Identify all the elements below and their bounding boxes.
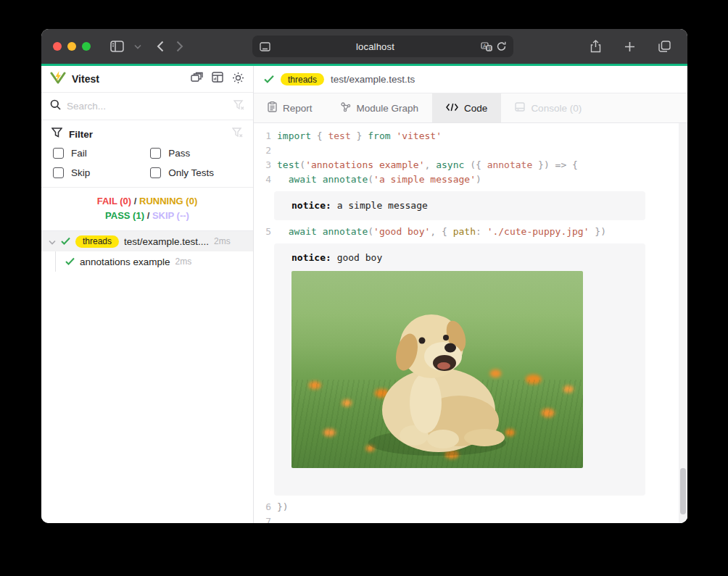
tab-module-graph[interactable]: Module Graph — [326, 93, 433, 122]
test-status-summary: FAIL (0) / RUNNING (0) PASS (1) / SKIP (… — [41, 188, 253, 231]
reader-icon[interactable] — [260, 42, 270, 51]
code-editor[interactable]: 1import { test } from 'vitest'23test('an… — [254, 123, 687, 523]
app-title: Vitest — [72, 73, 191, 85]
vitest-logo-icon — [50, 70, 66, 88]
back-icon[interactable] — [157, 41, 164, 52]
code-text: }) — [277, 500, 289, 514]
filter-clear-icon — [232, 128, 243, 141]
code-line-2: 2 — [254, 143, 679, 158]
test-case-name: annotations example — [80, 256, 170, 267]
sidebar-header: Vitest — [41, 66, 253, 93]
browser-window: localhost A文 — [41, 29, 687, 523]
test-case-row[interactable]: annotations example 2ms — [41, 251, 253, 272]
translate-icon[interactable]: A文 — [481, 42, 492, 51]
address-bar[interactable]: localhost A文 — [252, 36, 513, 57]
close-button[interactable] — [53, 42, 62, 51]
theme-toggle-icon[interactable] — [232, 72, 244, 87]
search-bar — [41, 93, 253, 120]
share-icon[interactable] — [590, 40, 601, 53]
sidebar-toggle-icon[interactable] — [110, 41, 124, 52]
code-lines-block-2: 5 await annotate('good boy', { path: './… — [254, 225, 679, 239]
code-icon — [446, 103, 458, 114]
notice-label: notice: — [291, 252, 331, 263]
search-icon — [50, 99, 61, 113]
line-number: 2 — [254, 143, 271, 158]
tab-report[interactable]: Report — [254, 93, 326, 122]
funnel-icon — [51, 128, 62, 141]
test-file-row[interactable]: threads test/example.test.... 2ms — [41, 231, 253, 251]
new-tab-icon[interactable] — [624, 41, 635, 52]
line-number: 3 — [254, 158, 271, 172]
code-line-5: 5 await annotate('good boy', { path: './… — [254, 225, 679, 239]
code-text: test('annotations example', async ({ ann… — [277, 158, 578, 172]
checkbox-fail[interactable] — [53, 148, 64, 159]
check-icon — [65, 256, 75, 267]
pool-badge: threads — [75, 235, 119, 248]
tab-code[interactable]: Code — [432, 93, 501, 122]
code-lines-block-3: 6})7 — [254, 500, 679, 523]
fail-count: FAIL (0) — [97, 196, 131, 206]
zoom-button[interactable] — [82, 42, 91, 51]
chevron-down-icon[interactable] — [134, 44, 141, 49]
code-lines-block-1: 1import { test } from 'vitest'23test('an… — [254, 129, 679, 187]
code-line-1: 1import { test } from 'vitest' — [254, 129, 679, 143]
code-text: await annotate('a simple message') — [277, 172, 481, 187]
tab-overview-icon[interactable] — [658, 41, 671, 52]
traffic-lights — [53, 42, 91, 51]
chevron-down-icon[interactable] — [49, 236, 56, 247]
running-count: RUNNING (0) — [139, 196, 197, 206]
code-line-6: 6}) — [254, 500, 679, 514]
tab-console: Console (0) — [501, 93, 595, 122]
puppy-image — [291, 271, 583, 468]
filter-panel: Filter Fail Pass Skip Only Tests — [41, 120, 253, 188]
dashboard-icon[interactable] — [212, 72, 223, 87]
forward-icon[interactable] — [176, 41, 183, 52]
filter-option-only-tests[interactable]: Only Tests — [150, 167, 243, 178]
scrollbar-thumb[interactable] — [680, 468, 686, 514]
notice-label: notice: — [291, 200, 331, 211]
annotation-notice-2: notice: good boy — [274, 243, 645, 496]
checkbox-only-tests[interactable] — [150, 167, 161, 178]
pool-badge: threads — [281, 73, 324, 85]
checkbox-pass[interactable] — [150, 148, 161, 159]
filter-option-pass[interactable]: Pass — [150, 148, 243, 159]
checkbox-skip[interactable] — [53, 167, 64, 178]
line-number: 1 — [254, 129, 271, 143]
console-icon — [515, 102, 525, 114]
tab-bar: Report Module Graph Code Console (0) — [254, 93, 687, 123]
main-panel: threads test/example.test.ts Report Modu… — [254, 66, 687, 523]
annotation-notice-1: notice: a simple message — [274, 191, 645, 220]
check-icon — [264, 73, 274, 86]
reload-icon[interactable] — [497, 41, 506, 51]
test-file-name: test/example.test.... — [124, 236, 209, 247]
code-line-4: 4 await annotate('a simple message') — [254, 172, 679, 187]
line-number: 6 — [254, 500, 271, 514]
svg-text:A: A — [483, 43, 487, 48]
check-icon — [61, 236, 70, 247]
test-duration: 2ms — [214, 236, 231, 246]
notice-text: good boy — [337, 252, 383, 263]
skip-count: SKIP (--) — [152, 210, 189, 221]
collapse-windows-icon[interactable] — [191, 72, 203, 87]
line-number: 5 — [254, 225, 271, 239]
filter-option-skip[interactable]: Skip — [53, 167, 150, 178]
search-input[interactable] — [67, 101, 228, 112]
code-line-7: 7 — [254, 514, 679, 523]
sidebar: Vitest Filter Fail — [41, 66, 254, 523]
filter-title: Filter — [69, 129, 226, 140]
line-number: 4 — [254, 172, 271, 187]
code-text: import { test } from 'vitest' — [277, 129, 442, 143]
filter-clear-icon — [233, 100, 244, 113]
test-duration: 2ms — [175, 256, 192, 267]
vertical-scrollbar[interactable] — [679, 123, 687, 523]
minimize-button[interactable] — [67, 42, 76, 51]
pass-count: PASS (1) — [105, 210, 144, 221]
graph-icon — [340, 102, 351, 114]
url-text: localhost — [270, 41, 481, 52]
line-number: 7 — [254, 514, 271, 523]
test-tree: threads test/example.test.... 2ms annota… — [41, 231, 253, 523]
browser-toolbar: localhost A文 — [41, 29, 687, 64]
filter-option-fail[interactable]: Fail — [53, 148, 150, 159]
svg-text:文: 文 — [487, 46, 492, 50]
code-line-3: 3test('annotations example', async ({ an… — [254, 158, 679, 172]
